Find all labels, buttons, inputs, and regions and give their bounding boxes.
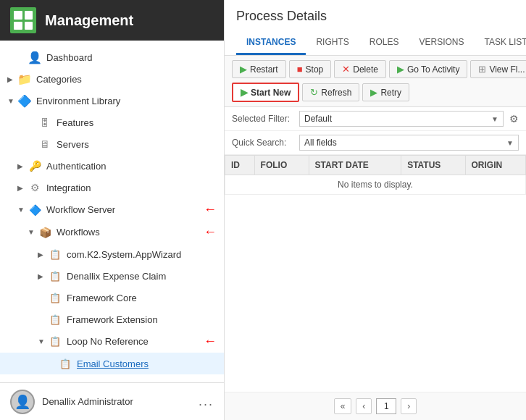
more-options-button[interactable]: ... <box>199 394 214 409</box>
workflow-item-icon: 📋 <box>48 335 62 349</box>
toolbar-row-1: ▶ Restart ■ Stop ✕ Delete ▶ Go To Activi… <box>232 60 519 78</box>
selected-filter-value: Default <box>304 114 332 124</box>
restart-button[interactable]: ▶ Restart <box>232 60 286 78</box>
view-flow-label: View Fl... <box>489 64 525 75</box>
sidebar-item-integration[interactable]: ▶ ⚙ Integration <box>0 177 224 198</box>
sidebar-item-denallix-expense[interactable]: ▶ 📋 Denallix Expense Claim <box>0 265 224 287</box>
sidebar-item-label: Categories <box>36 74 217 85</box>
sidebar-item-servers[interactable]: 🖥 Servers <box>0 133 224 155</box>
sidebar-item-authentication[interactable]: ▶ 🔑 Authentication <box>0 155 224 177</box>
sidebar-item-label: Framework Extension <box>67 314 217 325</box>
start-new-label: Start New <box>251 88 291 98</box>
sidebar-item-label: Dashboard <box>46 52 217 63</box>
tab-rights[interactable]: RIGHTS <box>306 31 359 55</box>
sidebar-item-label: com.K2.System.AppWizard <box>67 249 217 260</box>
sidebar-item-env-library[interactable]: ▼ 🔷 Environment Library <box>0 90 224 112</box>
sidebar-item-framework-ext[interactable]: 📋 Framework Extension <box>0 308 224 330</box>
sidebar-item-label: Servers <box>57 139 217 150</box>
main-content: Process Details INSTANCES RIGHTS ROLES V… <box>225 0 526 420</box>
col-start-date: START DATE <box>309 156 401 175</box>
delete-button[interactable]: ✕ Delete <box>334 60 386 78</box>
sidebar-item-workflows[interactable]: ▼ 📦 Workflows ← <box>0 221 224 243</box>
tab-task-list[interactable]: TASK LIST <box>475 31 527 55</box>
auth-icon: 🔑 <box>28 159 42 173</box>
chevron-down-icon: ▼ <box>506 139 514 147</box>
play-icon: ▶ <box>370 87 377 98</box>
page-title: Process Details <box>236 9 514 24</box>
sidebar: Management 👤 Dashboard ▶ 📁 Categories ▼ … <box>0 0 225 420</box>
sidebar-item-features[interactable]: 🎛 Features <box>0 112 224 133</box>
avatar: 👤 <box>10 390 35 414</box>
play-icon: ▶ <box>241 87 248 98</box>
sidebar-item-workflow-server[interactable]: ▼ 🔷 Workflow Server ← <box>0 198 224 221</box>
features-icon: 🎛 <box>38 115 52 130</box>
sidebar-item-label: Workflows <box>57 227 199 238</box>
prev-page-button[interactable]: ‹ <box>356 398 372 414</box>
sidebar-item-categories[interactable]: ▶ 📁 Categories <box>0 68 224 90</box>
expand-arrow: ▶ <box>17 162 28 170</box>
first-page-button[interactable]: « <box>334 398 352 414</box>
sidebar-item-loop-no-ref[interactable]: ▼ 📋 Loop No Reference ← <box>0 330 224 353</box>
next-page-button[interactable]: › <box>401 398 417 414</box>
quick-search-value: All fields <box>304 138 337 148</box>
table-header: ID FOLIO START DATE STATUS ORIGIN <box>225 156 526 175</box>
stop-icon: ■ <box>297 64 303 75</box>
grid-icon: ⊞ <box>478 64 486 75</box>
tabs-bar: INSTANCES RIGHTS ROLES VERSIONS TASK LIS… <box>236 31 514 55</box>
chevron-down-icon: ▼ <box>491 115 498 123</box>
col-origin: ORIGIN <box>465 156 525 175</box>
sidebar-item-framework-core[interactable]: 📋 Framework Core <box>0 287 224 308</box>
no-items-text: No items to display. <box>225 175 526 195</box>
col-folio: FOLIO <box>254 156 309 175</box>
sidebar-item-label: Features <box>57 117 217 128</box>
workflow-item-icon: 📋 <box>48 290 62 305</box>
servers-icon: 🖥 <box>38 137 52 151</box>
tab-roles[interactable]: ROLES <box>359 31 409 55</box>
envlib-icon: 🔷 <box>17 93 32 108</box>
sidebar-item-label: Framework Core <box>67 293 217 303</box>
go-to-activity-label: Go To Activity <box>407 64 459 75</box>
delete-icon: ✕ <box>342 64 350 75</box>
start-new-button[interactable]: ▶ Start New <box>232 83 299 102</box>
instances-table-container: ID FOLIO START DATE STATUS ORIGIN No ite… <box>225 155 526 392</box>
retry-label: Retry <box>380 88 401 98</box>
expand-arrow: ▼ <box>38 337 48 345</box>
app-title: Management <box>45 12 133 29</box>
person-icon: 👤 <box>28 50 42 64</box>
refresh-button[interactable]: ↻ Refresh <box>302 83 359 101</box>
stop-button[interactable]: ■ Stop <box>289 60 332 78</box>
pagination: « ‹ 1 › <box>225 392 526 420</box>
main-header: Process Details INSTANCES RIGHTS ROLES V… <box>225 0 526 56</box>
col-id: ID <box>225 156 255 175</box>
workflow-item-icon: 📋 <box>58 356 72 371</box>
sidebar-item-label: Denallix Expense Claim <box>67 271 217 282</box>
quick-search-select[interactable]: All fields ▼ <box>299 135 519 151</box>
expand-arrow: ▼ <box>28 228 38 236</box>
stop-label: Stop <box>306 64 324 75</box>
tab-instances[interactable]: INSTANCES <box>236 31 306 55</box>
sidebar-item-com-k2[interactable]: ▶ 📋 com.K2.System.AppWizard <box>0 243 224 265</box>
instances-table: ID FOLIO START DATE STATUS ORIGIN No ite… <box>225 155 526 195</box>
go-to-activity-button[interactable]: ▶ Go To Activity <box>389 60 467 78</box>
selected-filter-select[interactable]: Default ▼ <box>299 111 504 127</box>
expand-arrow: ▶ <box>38 272 48 280</box>
annotation-arrow-workflow-server: ← <box>204 202 217 217</box>
expand-arrow: ▼ <box>17 206 28 214</box>
sidebar-item-label: Email Customers <box>77 358 217 369</box>
retry-button[interactable]: ▶ Retry <box>362 83 409 101</box>
tab-versions[interactable]: VERSIONS <box>409 31 474 55</box>
gear-icon[interactable]: ⚙ <box>509 113 519 125</box>
sidebar-item-label: Workflow Server <box>46 204 199 215</box>
sidebar-item-label: Environment Library <box>36 96 217 106</box>
sidebar-header: Management <box>0 0 224 41</box>
quick-search-label: Quick Search: <box>232 138 293 148</box>
sidebar-item-email-customers[interactable]: 📋 Email Customers <box>0 353 224 374</box>
sidebar-item-label: Integration <box>46 182 217 193</box>
sidebar-item-dashboard[interactable]: 👤 Dashboard <box>0 46 224 68</box>
delete-label: Delete <box>353 64 378 75</box>
sidebar-footer: 👤 Denallix Administrator ... <box>0 382 224 420</box>
no-items-row: No items to display. <box>225 175 526 195</box>
restart-label: Restart <box>250 64 278 75</box>
view-flow-button[interactable]: ⊞ View Fl... <box>470 60 526 78</box>
annotation-arrow-loop: ← <box>204 334 217 349</box>
